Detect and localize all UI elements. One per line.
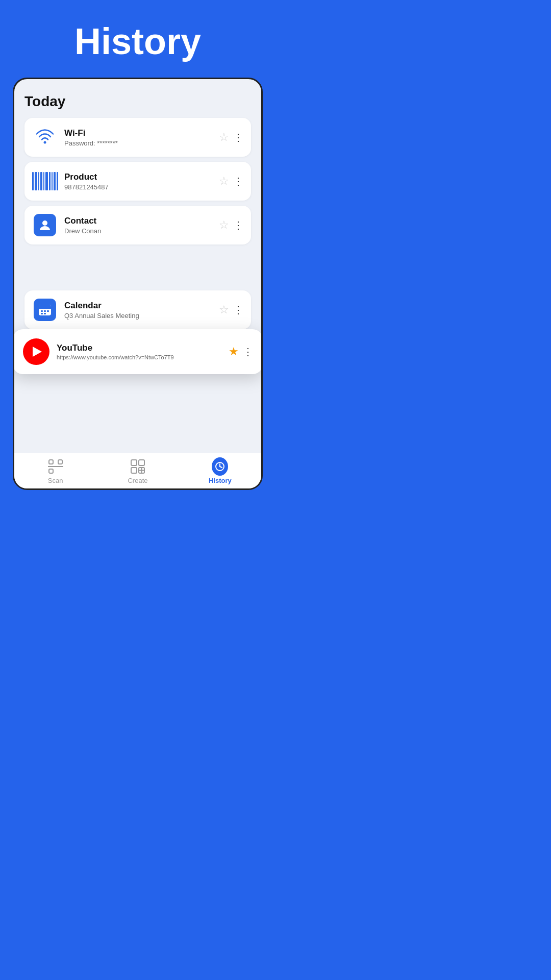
device-card: Today Wi-Fi Password: ******** bbox=[13, 78, 263, 490]
star-button[interactable]: ☆ bbox=[219, 132, 229, 143]
bottom-nav: Scan Create bbox=[14, 453, 261, 488]
item-text: Calendar Q3 Annual Sales Meeting bbox=[64, 301, 212, 320]
list-item[interactable]: Calendar Q3 Annual Sales Meeting ☆ ⋮ bbox=[24, 290, 251, 329]
create-icon bbox=[130, 458, 146, 475]
list-item[interactable]: Contact Drew Conan ☆ ⋮ bbox=[24, 206, 251, 244]
more-button[interactable]: ⋮ bbox=[243, 347, 253, 357]
svg-rect-19 bbox=[139, 460, 144, 465]
svg-rect-8 bbox=[41, 310, 43, 312]
svg-rect-14 bbox=[49, 460, 53, 464]
item-actions: ☆ ⋮ bbox=[219, 132, 243, 143]
star-button[interactable]: ☆ bbox=[219, 176, 229, 187]
item-text: Wi-Fi Password: ******** bbox=[64, 128, 212, 147]
item-title: Contact bbox=[64, 216, 212, 226]
list-item[interactable]: Product 987821245487 ☆ ⋮ bbox=[24, 162, 251, 201]
nav-create[interactable]: Create bbox=[96, 458, 179, 484]
history-label: History bbox=[209, 477, 232, 484]
list-item[interactable]: Wi-Fi Password: ******** ☆ ⋮ bbox=[24, 118, 251, 157]
device-inner: Today Wi-Fi Password: ******** bbox=[14, 79, 261, 453]
scan-label: Scan bbox=[48, 477, 63, 484]
more-button[interactable]: ⋮ bbox=[233, 305, 243, 315]
svg-rect-18 bbox=[131, 460, 137, 465]
youtube-popup[interactable]: YouTube https://www.youtube.com/watch?v=… bbox=[14, 329, 261, 374]
item-actions: ☆ ⋮ bbox=[219, 304, 243, 315]
svg-point-2 bbox=[42, 220, 47, 226]
create-label: Create bbox=[128, 477, 147, 484]
youtube-url: https://www.youtube.com/watch?v=NtwCTo7T… bbox=[57, 354, 221, 360]
item-actions: ☆ ⋮ bbox=[219, 176, 243, 187]
item-subtitle: Drew Conan bbox=[64, 227, 212, 235]
more-button[interactable]: ⋮ bbox=[233, 176, 243, 186]
svg-rect-15 bbox=[58, 460, 62, 464]
item-title: Calendar bbox=[64, 301, 212, 311]
youtube-title: YouTube bbox=[57, 343, 221, 353]
svg-rect-9 bbox=[44, 310, 46, 312]
item-subtitle: Password: ******** bbox=[64, 139, 212, 147]
play-icon bbox=[33, 347, 42, 357]
star-button[interactable]: ☆ bbox=[219, 304, 229, 315]
star-button[interactable]: ★ bbox=[229, 346, 239, 357]
nav-history[interactable]: History bbox=[179, 458, 261, 484]
page-title: History bbox=[74, 20, 201, 62]
youtube-text: YouTube https://www.youtube.com/watch?v=… bbox=[57, 343, 221, 360]
more-button[interactable]: ⋮ bbox=[233, 132, 243, 142]
svg-line-26 bbox=[220, 467, 222, 468]
svg-rect-11 bbox=[41, 313, 43, 314]
section-label: Today bbox=[24, 93, 251, 110]
svg-rect-10 bbox=[47, 310, 49, 312]
history-icon bbox=[212, 458, 228, 475]
item-title: Wi-Fi bbox=[64, 128, 212, 138]
calendar-icon bbox=[33, 298, 57, 322]
item-actions: ☆ ⋮ bbox=[219, 219, 243, 231]
item-subtitle: Q3 Annual Sales Meeting bbox=[64, 312, 212, 320]
star-button[interactable]: ☆ bbox=[219, 219, 229, 231]
item-text: Contact Drew Conan bbox=[64, 216, 212, 235]
svg-rect-20 bbox=[131, 468, 137, 473]
svg-rect-12 bbox=[44, 313, 46, 314]
wifi-icon bbox=[33, 125, 57, 150]
barcode-icon bbox=[33, 169, 57, 193]
svg-rect-5 bbox=[39, 307, 51, 309]
item-text: Product 987821245487 bbox=[64, 172, 212, 191]
youtube-actions: ★ ⋮ bbox=[229, 346, 253, 357]
more-button[interactable]: ⋮ bbox=[233, 220, 243, 230]
youtube-logo-icon bbox=[23, 338, 49, 365]
svg-rect-16 bbox=[49, 469, 53, 473]
item-subtitle: 987821245487 bbox=[64, 183, 212, 191]
item-title: Product bbox=[64, 172, 212, 182]
scan-icon bbox=[47, 458, 64, 475]
svg-point-0 bbox=[44, 141, 46, 144]
contact-icon bbox=[33, 213, 57, 237]
nav-scan[interactable]: Scan bbox=[14, 458, 96, 484]
